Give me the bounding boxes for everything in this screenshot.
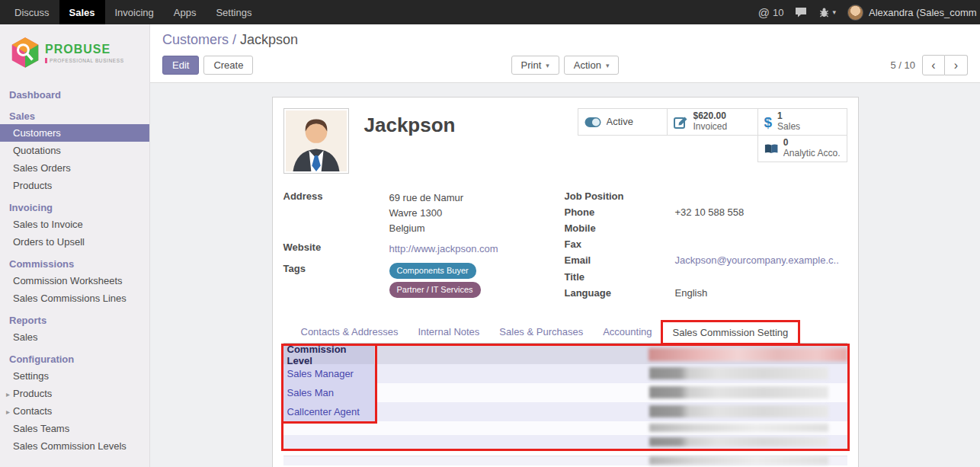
brand-text: PROBUSE PROFESSIONAL BUSINESS — [45, 43, 124, 63]
breadcrumb-current: Jackpson — [240, 32, 298, 47]
table-header-row: Commission Level — [283, 346, 847, 364]
sidebar-item-sales-teams[interactable]: Sales Teams — [0, 420, 149, 437]
sidebar-heading-invoicing[interactable]: Invoicing — [0, 200, 149, 216]
stat-sales-button[interactable]: $ 1 Sales — [757, 108, 847, 136]
tab-sales-purchases[interactable]: Sales & Purchases — [489, 321, 593, 343]
column-header-commission-level[interactable]: Commission Level — [283, 346, 374, 364]
stat-label: Analytic Acco... — [783, 149, 841, 159]
print-button[interactable]: Print▾ — [511, 56, 559, 75]
menu-settings[interactable]: Settings — [206, 0, 261, 24]
tab-accounting[interactable]: Accounting — [593, 321, 661, 343]
tags-label: Tags — [283, 263, 389, 301]
sidebar-item-sales-commission-levels[interactable]: Sales Commission Levels — [0, 437, 149, 455]
sidebar-item-label: Products — [13, 388, 52, 399]
redacted-cell — [649, 386, 828, 398]
customer-form-card: Jackpson Active $620.00 Invoiced — [272, 97, 859, 467]
pager-next-button[interactable]: › — [945, 55, 968, 75]
breadcrumb-parent[interactable]: Customers — [162, 32, 229, 47]
job-position-label: Job Position — [565, 190, 675, 203]
sidebar-item-quotations[interactable]: Quotations — [0, 142, 149, 159]
tab-sales-commission-setting[interactable]: Sales Commission Setting — [662, 321, 799, 344]
phone-label: Phone — [565, 206, 675, 219]
address-line: Belgium — [389, 221, 464, 236]
sidebar-heading-reports[interactable]: Reports — [0, 312, 149, 328]
sidebar-item-config-contacts[interactable]: ▸Contacts — [0, 402, 149, 420]
content-area: Jackpson Active $620.00 Invoiced — [150, 83, 980, 467]
sidebar-item-config-products[interactable]: ▸Products — [0, 385, 149, 402]
language-value: English — [675, 287, 708, 299]
language-label: Language — [565, 287, 675, 299]
menu-discuss[interactable]: Discuss — [5, 0, 59, 24]
sidebar-item-settings[interactable]: Settings — [0, 367, 149, 385]
edit-button[interactable]: Edit — [162, 56, 199, 75]
email-label: Email — [565, 254, 675, 267]
table-row-empty — [283, 421, 847, 435]
stat-value: 1 — [777, 111, 800, 122]
breadcrumb-separator: / — [232, 32, 236, 47]
user-menu[interactable]: Alexandra (Sales_comm.. — [847, 5, 977, 21]
website-label: Website — [283, 241, 389, 257]
tags-value: Components Buyer Partner / IT Services — [389, 263, 485, 301]
redacted-cell — [649, 424, 828, 432]
brand-name: PROBUSE — [45, 43, 124, 56]
stat-label: Active — [607, 117, 633, 128]
sidebar-item-sales-commissions-lines[interactable]: Sales Commissions Lines — [0, 289, 149, 307]
messages-icon[interactable] — [795, 7, 807, 18]
tab-label: Sales Commission Setting — [673, 327, 789, 338]
table-row[interactable]: Sales Manager — [283, 364, 847, 383]
create-button[interactable]: Create — [203, 56, 253, 75]
sidebar-item-products[interactable]: Products — [0, 177, 149, 194]
stat-invoiced-button[interactable]: $620.00 Invoiced — [667, 108, 758, 136]
table-row[interactable]: Callcenter Agent — [283, 402, 847, 421]
table-row[interactable]: Sales Man — [283, 383, 847, 402]
redacted-cell — [649, 437, 828, 446]
address-label: Address — [283, 190, 389, 236]
expand-icon: ▸ — [6, 408, 10, 416]
address-line: 69 rue de Namur — [389, 190, 464, 206]
pager-prev-button[interactable]: ‹ — [922, 55, 945, 75]
topbar-right-group: @ 10 ▾ Alexandra (Sales_comm.. — [758, 5, 980, 21]
menu-invoicing[interactable]: Invoicing — [105, 0, 164, 24]
sidebar-item-commission-worksheets[interactable]: Commission Worksheets — [0, 272, 149, 289]
sidebar-item-label: Contacts — [13, 405, 52, 417]
book-icon — [764, 143, 778, 155]
table-footer-row — [283, 456, 847, 465]
user-avatar — [847, 5, 863, 21]
sidebar-heading-sales[interactable]: Sales — [0, 108, 149, 124]
sidebar-item-orders-to-upsell[interactable]: Orders to Upsell — [0, 233, 149, 251]
edit-square-icon — [674, 116, 688, 129]
stat-active-button[interactable]: Active — [578, 108, 668, 136]
right-field-column: Job Position Phone+32 10 588 558 Mobile … — [565, 190, 847, 306]
redacted-cell — [649, 456, 828, 465]
sidebar-heading-dashboard[interactable]: Dashboard — [0, 87, 149, 103]
tab-contacts-addresses[interactable]: Contacts & Addresses — [291, 321, 408, 343]
phone-value: +32 10 588 558 — [675, 206, 745, 219]
tab-internal-notes[interactable]: Internal Notes — [408, 321, 489, 343]
action-button[interactable]: Action▾ — [564, 56, 620, 75]
debug-menu[interactable]: ▾ — [818, 8, 836, 18]
sidebar-item-sales-orders[interactable]: Sales Orders — [0, 159, 149, 177]
notebook-tabs: Contacts & Addresses Internal Notes Sale… — [283, 321, 847, 344]
email-link[interactable]: Jackpson@yourcompany.example.c.. — [675, 254, 839, 267]
commission-level-cell: Sales Manager — [283, 364, 375, 383]
address-line: Wavre 1300 — [389, 206, 464, 221]
sidebar-heading-commissions[interactable]: Commissions — [0, 256, 149, 272]
menu-sales[interactable]: Sales — [59, 0, 105, 24]
website-link[interactable]: http://www.jackpson.com — [389, 243, 498, 254]
breadcrumb: Customers / Jackpson — [162, 32, 968, 48]
stat-label: Sales — [777, 122, 800, 133]
expand-icon: ▸ — [6, 390, 10, 398]
mentions-indicator[interactable]: @ 10 — [758, 6, 784, 19]
sidebar-item-reports-sales[interactable]: Sales — [0, 328, 149, 346]
stat-analytic-button[interactable]: 0 Analytic Acco... — [757, 135, 847, 162]
chevron-down-icon: ▾ — [546, 62, 549, 69]
at-icon: @ — [758, 6, 770, 19]
brand-tagline: PROFESSIONAL BUSINESS — [45, 58, 124, 63]
app-logo[interactable]: PROBUSE PROFESSIONAL BUSINESS — [0, 24, 149, 79]
sidebar-item-sales-to-invoice[interactable]: Sales to Invoice — [0, 216, 149, 233]
sidebar-heading-configuration[interactable]: Configuration — [0, 351, 149, 367]
sidebar-item-customers[interactable]: Customers — [0, 124, 149, 142]
menu-apps[interactable]: Apps — [164, 0, 207, 24]
customer-photo — [283, 108, 349, 174]
control-panel: Customers / Jackpson Edit Create Print▾ … — [150, 24, 980, 83]
